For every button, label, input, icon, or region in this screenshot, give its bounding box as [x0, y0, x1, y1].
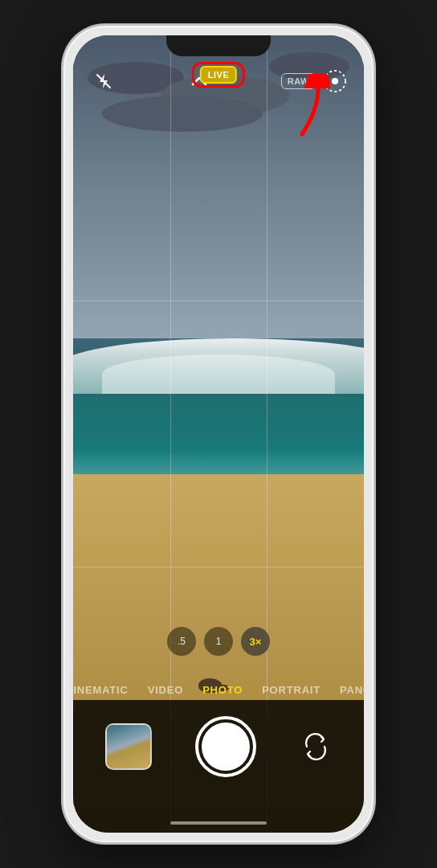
- shutter-button-inner: [202, 723, 250, 771]
- flash-button[interactable]: [89, 67, 118, 96]
- wave: [102, 354, 335, 395]
- live-badge-container: LIVE: [200, 66, 237, 84]
- home-indicator: [170, 821, 267, 825]
- zoom-3x-button[interactable]: 3×: [241, 627, 270, 656]
- top-right-controls: RAW: [281, 68, 348, 94]
- photo-thumbnail[interactable]: [105, 723, 152, 770]
- mode-photo[interactable]: PHOTO: [202, 684, 243, 696]
- screen: RAW LIVE: [73, 35, 364, 833]
- mode-pano[interactable]: PANO: [340, 684, 364, 696]
- svg-marker-1: [100, 74, 108, 88]
- mode-portrait[interactable]: PORTRAIT: [262, 684, 321, 696]
- phone-frame: RAW LIVE: [62, 24, 375, 844]
- mode-cinematic[interactable]: CINEMATIC: [73, 684, 129, 696]
- svg-point-3: [332, 78, 338, 84]
- zoom-controls: .5 1 3×: [167, 627, 270, 656]
- zoom-05-button[interactable]: .5: [167, 627, 196, 656]
- camera-controls: [73, 712, 364, 780]
- shutter-button[interactable]: [195, 716, 256, 777]
- notch: [166, 35, 271, 56]
- thumbnail-image: [107, 725, 150, 768]
- live-photo-settings-button[interactable]: [322, 68, 348, 94]
- flip-camera-button[interactable]: [300, 731, 332, 763]
- raw-badge[interactable]: RAW: [281, 73, 316, 89]
- live-badge[interactable]: LIVE: [200, 66, 237, 84]
- zoom-1x-button[interactable]: 1: [204, 627, 233, 656]
- mode-video[interactable]: VIDEO: [148, 684, 183, 696]
